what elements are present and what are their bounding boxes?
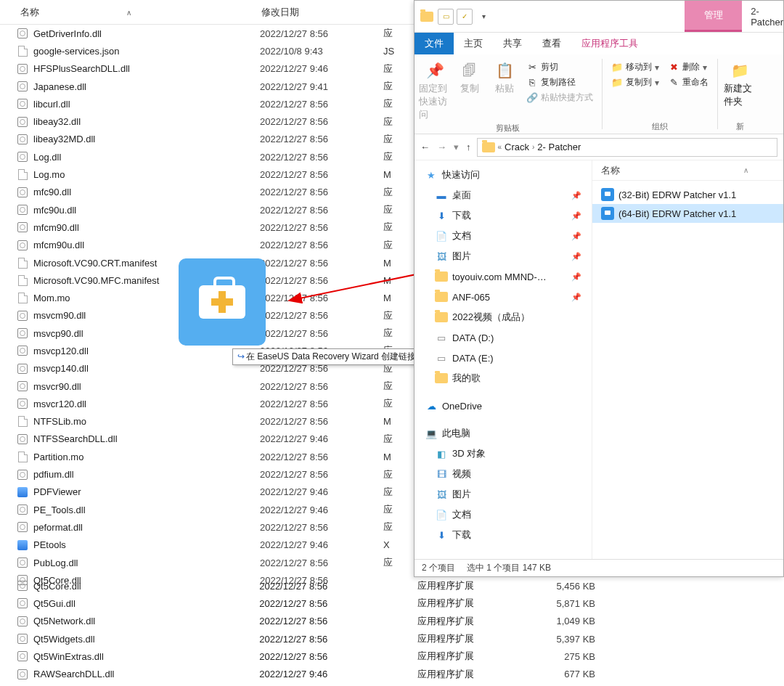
file-row[interactable]: mfcm90.dll2022/12/27 8:56应 [0, 219, 414, 236]
file-row[interactable]: PDFViewer2022/12/27 9:46应 [0, 483, 414, 501]
file-date: 2022/12/27 9:46 [260, 486, 383, 497]
file-row[interactable]: ReFSSearchDLL.dll2022/12/27 9:46应用程序扩展27… [0, 683, 595, 686]
file-row[interactable]: NTFSSearchDLL.dll2022/12/27 9:46应 [0, 430, 414, 448]
nav-this-pc[interactable]: 💻此电脑 [415, 423, 592, 444]
nav-downloads-2[interactable]: ⬇下载 [415, 525, 592, 545]
manage-contextual-tab[interactable]: 管理 [685, 1, 742, 32]
nav-videos[interactable]: 🎞视频 [415, 464, 592, 484]
nav-songs[interactable]: 我的歌 [415, 368, 592, 388]
pin-quick-access-button[interactable]: 📌固定到快速访问 [419, 57, 451, 121]
tab-file[interactable]: 文件 [415, 33, 454, 54]
copy-path-button[interactable]: ⎘复制路径 [523, 75, 596, 89]
nav-drive-e[interactable]: ▭DATA (E:) [415, 348, 592, 368]
title-bar[interactable]: ▭ ✓ ▾ 管理 2- Patcher [415, 1, 783, 33]
rename-button[interactable]: ✎重命名 [665, 75, 711, 89]
paste-button[interactable]: 📋粘贴 [489, 57, 520, 121]
file-icon [16, 203, 29, 216]
nav-folder-3[interactable]: 2022视频（成品） [415, 307, 592, 327]
new-folder-button[interactable]: 📁新建文件夹 [724, 57, 756, 120]
list-item[interactable]: (64-Bit) EDRW Patcher v1.1 [592, 204, 783, 223]
file-row[interactable]: Log.mo2022/12/27 8:56M [0, 166, 414, 183]
file-row[interactable]: Qt5Network.dll2022/12/27 8:56应用程序扩展1,049… [0, 613, 595, 630]
file-row[interactable]: msvcr90.dll2022/12/27 8:56应 [0, 377, 414, 395]
qat-more-icon[interactable]: ▾ [475, 9, 491, 25]
file-row[interactable]: PubLog.dll2022/12/27 8:56应 [0, 554, 414, 571]
file-list-pane[interactable]: 名称∧ (32-Bit) EDRW Patcher v1.1(64-Bit) E… [592, 160, 783, 559]
nav-drive-d[interactable]: ▭DATA (D:) [415, 327, 592, 348]
paste-shortcut-button[interactable]: 🔗粘贴快捷方式 [523, 91, 596, 105]
file-row[interactable]: RAWSearchDLL.dll2022/12/27 9:46应用程序扩展677… [0, 665, 595, 682]
file-row[interactable]: mfcm90u.dll2022/12/27 8:56应 [0, 237, 414, 254]
left-columns-header[interactable]: 名称∧ 修改日期 [0, 0, 414, 25]
file-icon [16, 668, 29, 681]
file-row[interactable]: Log.dll2022/12/27 8:56应 [0, 148, 414, 166]
copy-to-button[interactable]: 📁复制到▾ [608, 75, 662, 89]
file-row[interactable]: mfc90u.dll2022/12/27 8:56应 [0, 201, 414, 219]
file-row[interactable]: HFSPlusSearchDLL.dll2022/12/27 9:46应 [0, 60, 414, 78]
qat-button-2[interactable]: ✓ [457, 9, 473, 25]
nav-folder-2[interactable]: ANF-065📌 [415, 287, 592, 307]
file-row[interactable]: PEtools2022/12/27 9:46X [0, 536, 414, 554]
file-row[interactable]: mfc90.dll2022/12/27 8:56应 [0, 184, 414, 201]
nav-back-button[interactable]: ← [420, 142, 430, 152]
list-col-name[interactable]: 名称∧ [592, 160, 783, 181]
file-icon [16, 415, 29, 428]
crumb-patcher[interactable]: 2- Patcher [537, 142, 581, 152]
file-name: Partition.mo [33, 452, 260, 462]
file-row[interactable]: google-services.json2022/10/8 9:43JS [0, 42, 414, 60]
nav-folder-1[interactable]: toyouiv.com MMND-18📌 [415, 266, 592, 287]
file-row[interactable]: peformat.dll2022/12/27 8:56应 [0, 518, 414, 536]
file-row[interactable]: PE_Tools.dll2022/12/27 9:46应 [0, 501, 414, 518]
folder-icon [435, 291, 448, 303]
nav-pictures-2[interactable]: 🖼图片 [415, 484, 592, 505]
file-row[interactable]: Qt5Core.dll2022/12/27 8:56应用程序扩展5,456 KB [0, 577, 595, 595]
nav-quick-access[interactable]: ★快速访问 [415, 165, 592, 185]
cut-button[interactable]: ✂剪切 [523, 60, 596, 74]
chevron-icon[interactable]: « [498, 143, 502, 151]
nav-pictures[interactable]: 🖼图片📌 [415, 246, 592, 266]
file-row[interactable]: GetDriverInfo.dll2022/12/27 8:56应 [0, 25, 414, 42]
file-row[interactable]: Qt5WinExtras.dll2022/12/27 8:56应用程序扩展275… [0, 648, 595, 665]
nav-documents[interactable]: 📄文档📌 [415, 226, 592, 246]
col-modified-header[interactable]: 修改日期 [261, 6, 407, 19]
col-name-header[interactable]: 名称∧ [0, 6, 261, 19]
move-to-button[interactable]: 📁移动到▾ [608, 60, 662, 74]
crumb-crack[interactable]: Crack [505, 142, 529, 152]
nav-onedrive[interactable]: ☁OneDrive [415, 396, 592, 416]
file-row[interactable]: NTFSLib.mo2022/12/27 8:56M [0, 413, 414, 430]
nav-documents-2[interactable]: 📄文档 [415, 505, 592, 525]
file-icon [16, 615, 29, 628]
tab-home[interactable]: 主页 [454, 33, 493, 54]
list-item[interactable]: (32-Bit) EDRW Patcher v1.1 [592, 185, 783, 204]
nav-forward-button[interactable]: → [437, 142, 446, 152]
file-icon [16, 468, 29, 481]
tab-view[interactable]: 查看 [532, 33, 571, 54]
copy-button[interactable]: 🗐复制 [454, 57, 486, 121]
file-type: 应 [383, 97, 398, 110]
navigation-pane[interactable]: ★快速访问 ▬桌面📌 ⬇下载📌 📄文档📌 🖼图片📌 toyouiv.com MM… [415, 160, 592, 559]
file-name: mfcm90.dll [33, 222, 260, 233]
file-row[interactable]: Partition.mo2022/12/27 8:56M [0, 448, 414, 465]
nav-3d-objects[interactable]: ◧3D 对象 [415, 444, 592, 464]
file-row[interactable]: libeay32.dll2022/12/27 8:56应 [0, 113, 414, 130]
qat-button-1[interactable]: ▭ [438, 9, 454, 25]
nav-desktop[interactable]: ▬桌面📌 [415, 185, 592, 205]
file-row[interactable]: Qt5Widgets.dll2022/12/27 8:56应用程序扩展5,397… [0, 630, 595, 648]
tab-app-tools[interactable]: 应用程序工具 [571, 33, 648, 54]
nav-downloads[interactable]: ⬇下载📌 [415, 205, 592, 226]
file-row[interactable]: libcurl.dll2022/12/27 8:56应 [0, 95, 414, 113]
file-icon [16, 650, 29, 663]
file-row[interactable]: libeay32MD.dll2022/12/27 8:56应 [0, 131, 414, 148]
file-row[interactable]: Qt5Gui.dll2022/12/27 8:56应用程序扩展5,871 KB [0, 595, 595, 612]
nav-up-button[interactable]: ↑ [466, 142, 471, 152]
nav-recent-button[interactable]: ▾ [454, 142, 459, 152]
file-row[interactable]: pdfium.dll2022/12/27 8:56应 [0, 465, 414, 483]
breadcrumb[interactable]: « Crack › 2- Patcher [477, 138, 778, 157]
file-row[interactable]: Japanese.dll2022/12/27 9:41应 [0, 78, 414, 95]
delete-button[interactable]: ✖删除▾ [665, 60, 711, 74]
tab-share[interactable]: 共享 [493, 33, 532, 54]
file-icon [16, 556, 29, 569]
window-icon[interactable] [419, 9, 435, 25]
file-row[interactable]: msvcr120.dll2022/12/27 8:56应 [0, 395, 414, 412]
file-date: 2022/12/27 8:56 [260, 399, 383, 409]
